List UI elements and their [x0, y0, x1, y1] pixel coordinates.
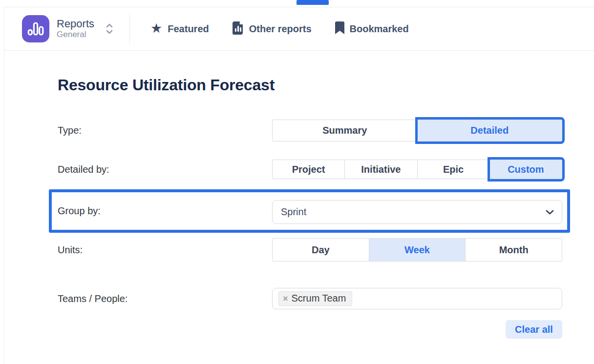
tag-label: Scrum Team — [292, 293, 346, 304]
remove-tag-icon[interactable]: × — [283, 294, 288, 303]
report-chart-icon — [233, 21, 244, 37]
type-option-summary[interactable]: Summary — [272, 120, 418, 142]
group-by-label: Group by: — [58, 192, 101, 230]
header-tabs: ★ Featured Other reports Bookmar — [150, 21, 409, 37]
header: Reports General ★ Featured — [4, 7, 594, 50]
bar-chart-glyph — [27, 21, 44, 37]
app-subtitle: General — [57, 30, 94, 40]
detailed-by-option-initiative[interactable]: Initiative — [345, 160, 417, 179]
units-button-group: Day Week Month — [272, 238, 562, 262]
group-by-selected-value: Sprint — [281, 206, 306, 218]
bookmark-icon — [335, 21, 344, 36]
teams-people-label: Teams / People: — [58, 288, 127, 309]
type-button-group: Summary Detailed — [272, 120, 562, 142]
tab-featured[interactable]: ★ Featured — [150, 22, 209, 36]
chevron-up-down-icon — [105, 22, 114, 35]
units-option-day[interactable]: Day — [272, 238, 369, 262]
detailed-by-label: Detailed by: — [58, 160, 109, 179]
tag-scrum-team: × Scrum Team — [278, 291, 352, 306]
detailed-by-option-project[interactable]: Project — [272, 160, 345, 179]
app-title: Reports — [57, 18, 94, 30]
header-divider — [4, 50, 594, 51]
type-option-detailed[interactable]: Detailed — [418, 120, 563, 142]
teams-people-input[interactable]: × Scrum Team — [272, 288, 562, 309]
star-icon: ★ — [150, 22, 162, 35]
units-option-month[interactable]: Month — [466, 238, 562, 262]
type-label: Type: — [58, 120, 82, 142]
frame-left-border — [4, 7, 4, 364]
detailed-by-option-epic[interactable]: Epic — [418, 160, 490, 179]
page-title: Resource Utilization Forecast — [58, 76, 275, 94]
header-vertical-divider — [129, 14, 130, 44]
detailed-by-option-custom[interactable]: Custom — [490, 160, 562, 179]
tab-bookmarked[interactable]: Bookmarked — [335, 21, 409, 36]
reports-app-switcher[interactable]: Reports General — [22, 15, 114, 42]
reports-logo-icon — [22, 15, 49, 42]
group-by-highlight-box: Group by: Sprint — [49, 189, 570, 233]
units-label: Units: — [58, 238, 83, 262]
clear-all-button[interactable]: Clear all — [506, 320, 562, 339]
tab-other-reports[interactable]: Other reports — [233, 21, 312, 37]
group-by-select[interactable]: Sprint — [272, 200, 562, 224]
detailed-by-button-group: Project Initiative Epic Custom — [272, 160, 562, 179]
active-browser-tab-indicator — [297, 0, 329, 5]
chevron-down-icon — [546, 208, 554, 217]
units-option-week[interactable]: Week — [369, 238, 466, 262]
